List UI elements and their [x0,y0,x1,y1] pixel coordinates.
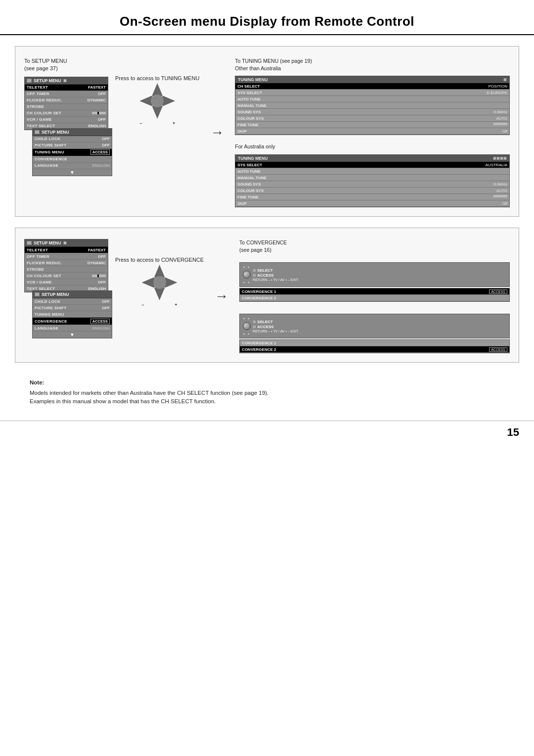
conv-menu-2: CONVERGENCE 1 CONVERGENCE 2 ACCESS [239,339,510,353]
conv-text-2: ⊙ SELECT ⊙ ACCESS RETURN – • TV / AV • –… [253,320,298,333]
conv-group-1: • • • • ⊙ SELECT ⊙ ACCESS RETURN – • TV … [239,262,510,302]
convergence-right-panels: To CONVERGENCE (see page 16) • • • • ⊙ S… [239,239,510,353]
conv-row: CONVERGENCE 1 ACCESS [240,288,509,295]
tuning-caption-1: To TUNING MENU (see page 19) Other than … [235,57,510,72]
middle-col-2: Press to access to CONVERGENCE –+ [115,239,204,307]
press-caption-1: Press to access to TUNING MENU [115,75,199,81]
menu-row: TELETEXT FASTEXT [25,85,108,91]
tuning-row: FINE TUNE [235,194,509,200]
conv-select-1: • • • • ⊙ SELECT ⊙ ACCESS RETURN – • TV … [239,262,510,287]
tuning-row: COLOUR SYS AUTO [235,188,509,194]
setup-menu-title-2: SETUP MENU [33,129,112,136]
menu-row: CONVERGENCE ACCESS [33,318,112,325]
note-line1: Models intended for markets other than A… [30,390,268,396]
conv-menu-1: CONVERGENCE 1 ACCESS CONVERGENCE 2 [239,288,510,302]
tuning-row: MANUAL TUNE [235,175,509,181]
setup-menu-box-3: SETUP MENU ▣ TELETEXT FASTEXT OFF TIMER … [24,239,108,292]
section-convergence: SETUP MENU ▣ TELETEXT FASTEXT OFF TIMER … [15,228,519,363]
tuning-row: SYS SELECT E.EUROPE [235,90,509,96]
convergence-caption: To CONVERGENCE (see page 16) [239,239,510,253]
conv-group-2: • • • • ⊙ SELECT ⊙ ACCESS RETURN – • TV … [239,314,510,353]
menu-row: FLICKER REDUC. DYNAMIC [25,97,108,104]
tuning-caption-2: For Australia only [235,143,510,150]
dpad-center[interactable] [151,94,164,107]
conv-row: CONVERGENCE 2 [240,295,509,301]
tuning-row: SOUND SYS 6.0MHz [235,181,509,188]
conv-row: CONVERGENCE 2 ACCESS [240,346,509,353]
tuning-row: SYS SELECT AUSTRALIA [235,162,509,168]
dpad-right-icon-2[interactable] [165,277,178,288]
tuning-panel-1: To TUNING MENU (see page 19) Other than … [235,57,510,135]
setup-menu-title-1: SETUP MENU ▣ [25,77,108,85]
tuning-row: SKIP Off [235,128,509,135]
menu-stack-1: SETUP MENU ▣ TELETEXT FASTEXT OFF TIMER … [24,77,108,178]
menu-icon-2 [35,130,40,134]
tuning-row: AUTO TUNE [235,96,509,102]
right-panels-1: To TUNING MENU (see page 19) Other than … [235,57,510,207]
menu-row: PICTURE SHIFT OFF [33,305,112,311]
page-number: 15 [0,421,534,446]
left-col-2: SETUP MENU ▣ TELETEXT FASTEXT OFF TIMER … [24,239,108,340]
tuning-row: SKIP Off [235,200,509,207]
note-section: Note: Models intended for markets other … [15,374,519,416]
menu-row: CH COLOUR SET [25,273,108,279]
tuning-row: SOUND SYS 6.0MHz [235,109,509,115]
page-header: On-Screen menu Display from Remote Contr… [0,0,534,35]
left-col-1: To SETUP MENU (see page 37) SETUP MENU ▣… [24,57,108,178]
menu-row: VCR / GAME OFF [25,117,108,123]
press-caption-2: Press to access to CONVERGENCE [115,257,204,263]
menu-row: TUNING MENU [33,311,112,318]
dpad-down-icon[interactable] [152,106,163,119]
menu-row: CHILD LOCK OFF [33,298,112,305]
dpad-labels-2: –+ [142,302,178,307]
tuning-menu-box-2: TUNING MENU ▣▣▣▣ SYS SELECT AUSTRALIA AU… [235,154,510,207]
remote-dpad-2 [142,265,178,300]
setup-menu-title-4: SETUP MENU [33,291,112,298]
menu-row: OFF TIMER OFF [25,91,108,97]
page-title: On-Screen menu Display from Remote Contr… [20,14,514,29]
note-title: Note: [30,378,504,387]
menu-row: CH COLOUR SET [25,110,108,117]
menu-row: CHILD LOCK OFF [33,136,112,142]
menu-icon-3 [27,241,32,245]
menu-row: FLICKER REDUC. DYNAMIC [25,260,108,266]
menu-row: TUNING MENU ACCESS [33,149,112,156]
tuning-row: CH SELECT POSITION [235,83,509,90]
remote-dpad-1 [139,83,175,119]
arrow-right-2: → [215,288,228,304]
menu-row: STROBE [25,104,108,110]
menu-row: STROBE [25,266,108,273]
setup-menu-box-1: SETUP MENU ▣ TELETEXT FASTEXT OFF TIMER … [24,77,108,130]
menu-row: PICTURE SHIFT OFF [33,142,112,149]
dpad-labels-1: –+ [139,121,175,126]
tuning-row: MANUAL TUNE [235,102,509,109]
tuning-menu-box-1: TUNING MENU ▣ CH SELECT POSITION SYS SEL… [235,76,510,135]
menu-icon-1 [27,79,32,83]
setup-menu-box-2: SETUP MENU CHILD LOCK OFF PICTURE SHIFT … [32,128,112,176]
menu-row: LANGUAGE ENGLISH [33,325,112,331]
conv-knob-2 [243,322,251,330]
section1-top: To SETUP MENU (see page 37) SETUP MENU ▣… [24,57,510,207]
dpad-left-icon-2[interactable] [142,277,155,288]
menu-stack-2: SETUP MENU ▣ TELETEXT FASTEXT OFF TIMER … [24,239,108,340]
menu-row: LANGUAGE ENGLISH [33,163,112,169]
conv-knob-1 [243,271,251,279]
dpad-center-2[interactable] [153,276,166,289]
arrow-right-1: → [210,125,224,141]
dpad-right-icon[interactable] [162,95,175,106]
dpad-down-icon-2[interactable] [154,287,165,300]
section2-top: SETUP MENU ▣ TELETEXT FASTEXT OFF TIMER … [24,239,510,353]
middle-col-1: Press to access to TUNING MENU –+ [115,57,199,126]
menu-row: CONVERGENCE [33,156,112,163]
conv-text-1: ⊙ SELECT ⊙ ACCESS RETURN – • TV / AV • –… [253,268,298,282]
setup-menu-box-4: SETUP MENU CHILD LOCK OFF PICTURE SHIFT … [32,290,112,338]
menu-icon-4 [35,292,40,296]
menu-row: TELETEXT FASTEXT [25,247,108,253]
conv-row: CONVERGENCE 1 [240,340,509,346]
menu-row: VCR / GAME OFF [25,279,108,285]
content-area: To SETUP MENU (see page 37) SETUP MENU ▣… [0,46,534,416]
tuning-row: FINE TUNE [235,122,509,128]
section-tuning: To SETUP MENU (see page 37) SETUP MENU ▣… [15,46,519,217]
tuning-row: AUTO TUNE [235,168,509,175]
tuning-title-1: TUNING MENU ▣ [235,76,509,83]
